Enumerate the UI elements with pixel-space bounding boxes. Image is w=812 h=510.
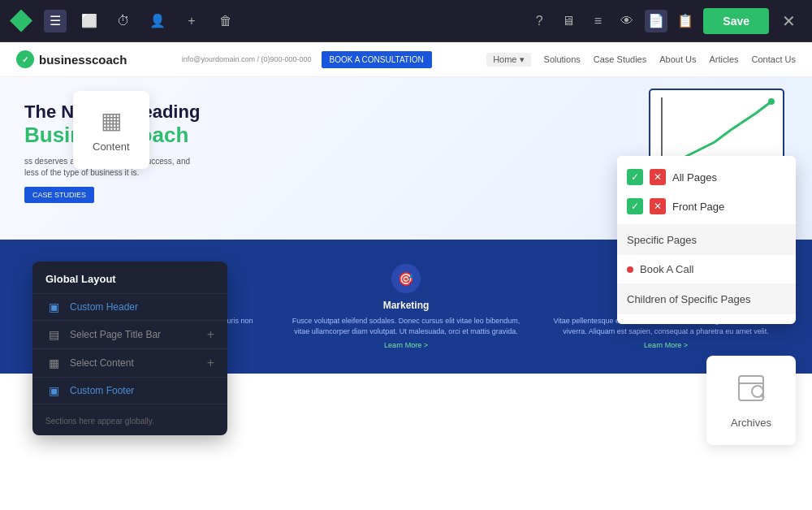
marketing-icon: 🎯 — [391, 264, 421, 293]
nav-about[interactable]: About Us — [659, 54, 696, 64]
trash-icon[interactable]: 🗑 — [214, 10, 237, 32]
marketing-title: Marketing — [288, 300, 524, 311]
select-page-title-bar-add[interactable]: + — [207, 327, 214, 342]
add-icon[interactable]: + — [180, 10, 203, 32]
select-content-add[interactable]: + — [207, 356, 214, 370]
template-icon[interactable]: ⬜ — [78, 10, 101, 32]
aroya-logo — [10, 10, 32, 32]
marketing-text: Fusce volutpat eleifend sodales. Donec c… — [288, 316, 524, 336]
page-icon[interactable]: 📄 — [645, 10, 667, 32]
site-logo: ✓ businesscoach — [16, 50, 127, 68]
layout-icon[interactable]: ≡ — [586, 10, 609, 32]
nav-articles[interactable]: Articles — [710, 54, 739, 64]
panel-item-select-page-title-bar[interactable]: ▤ Select Page Title Bar + — [32, 320, 227, 348]
nav-case-studies[interactable]: Case Studies — [594, 54, 646, 64]
book-consultation-button[interactable]: BOOK A CONSULTATION — [322, 51, 432, 68]
sidebar-toggle-icon[interactable]: ☰ — [44, 10, 67, 32]
content-widget-label: Content — [93, 140, 130, 153]
panel-title: Global Layout — [32, 261, 227, 293]
site-header: ✓ businesscoach info@yourdomain.com / (0… — [0, 42, 812, 77]
toolbar-left: ☰ ⬜ ⏱ 👤 + 🗑 — [10, 10, 516, 32]
children-specific-pages-label: Children of Specific Pages — [627, 293, 750, 305]
dropdown-overlay: ✓ ✕ All Pages ✓ ✕ Front Page Specific Pa… — [617, 156, 796, 324]
layers-icon[interactable]: 📋 — [674, 10, 697, 32]
site-nav: Home ▾ Solutions Case Studies About Us A… — [486, 53, 796, 67]
archives-svg-icon — [735, 372, 767, 404]
select-page-title-bar-icon: ▤ — [45, 328, 62, 341]
nav-home[interactable]: Home ▾ — [486, 53, 530, 67]
children-specific-pages-section: Children of Specific Pages — [617, 283, 796, 314]
book-a-call-dot — [627, 266, 633, 273]
dropdown-sub-item-book-a-call[interactable]: Book A Call — [617, 258, 796, 280]
panel-item-select-content[interactable]: ▦ Select Content + — [32, 348, 227, 377]
site-logo-icon: ✓ — [16, 50, 34, 68]
panel-item-custom-header[interactable]: ▣ Custom Header — [32, 293, 227, 320]
specific-pages-section: Specific Pages — [617, 224, 796, 255]
custom-header-icon: ▣ — [45, 300, 62, 313]
archives-widget[interactable]: Archives — [706, 356, 796, 445]
all-pages-label: All Pages — [672, 171, 717, 184]
global-layout-panel: Global Layout ▣ Custom Header ▤ Select P… — [32, 261, 227, 435]
close-button[interactable]: ✕ — [775, 8, 802, 34]
site-contact-info: info@yourdomain.com / (0)900-000-000 — [182, 55, 312, 63]
troubleshooting-learn-more[interactable]: Learn More > — [548, 341, 784, 349]
eye-icon[interactable]: 👁 — [615, 10, 638, 32]
history-icon[interactable]: ⏱ — [112, 10, 135, 32]
custom-header-label: Custom Header — [70, 301, 214, 313]
case-studies-button[interactable]: CASE STUDIES — [24, 187, 94, 203]
site-logo-text: businesscoach — [39, 53, 127, 67]
content-widget-icon: ▦ — [93, 107, 130, 134]
panel-footer-text: Sections here appear globally. — [45, 417, 154, 426]
user-icon[interactable]: 👤 — [146, 10, 169, 32]
custom-footer-label: Custom Footer — [70, 385, 214, 396]
select-content-icon: ▦ — [45, 357, 62, 370]
specific-pages-label: Specific Pages — [627, 234, 697, 246]
front-page-x-icon: ✕ — [650, 198, 666, 214]
content-widget[interactable]: ▦ Content — [73, 91, 149, 169]
archives-icon — [726, 372, 776, 410]
select-page-title-bar-label: Select Page Title Bar — [70, 329, 199, 340]
all-pages-x-placeholder: ✕ — [650, 169, 666, 185]
dropdown-item-front-page[interactable]: ✓ ✕ Front Page — [617, 192, 796, 221]
marketing-learn-more[interactable]: Learn More > — [288, 341, 524, 349]
all-pages-check-icon: ✓ — [627, 169, 643, 185]
custom-footer-icon: ▣ — [45, 384, 62, 397]
nav-contact[interactable]: Contact Us — [752, 54, 796, 64]
toolbar: ☰ ⬜ ⏱ 👤 + 🗑 ? 🖥 ≡ 👁 📄 📋 Save ✕ — [0, 0, 812, 42]
help-icon[interactable]: ? — [528, 10, 551, 32]
main-area: ✓ businesscoach info@yourdomain.com / (0… — [0, 42, 812, 510]
panel-item-custom-footer[interactable]: ▣ Custom Footer — [32, 377, 227, 404]
save-button[interactable]: Save — [703, 8, 769, 34]
nav-solutions[interactable]: Solutions — [544, 54, 581, 64]
front-page-label: Front Page — [672, 201, 724, 213]
archives-label: Archives — [726, 417, 776, 429]
panel-footer: Sections here appear globally. — [32, 404, 227, 435]
dropdown-item-all-pages[interactable]: ✓ ✕ All Pages — [617, 162, 796, 192]
svg-point-3 — [768, 98, 775, 105]
site-header-right: info@yourdomain.com / (0)900-000-000 BOO… — [182, 51, 432, 68]
front-page-check-icon: ✓ — [627, 198, 643, 214]
footer-col-marketing: 🎯 Marketing Fusce volutpat eleifend soda… — [276, 256, 536, 357]
desktop-icon[interactable]: 🖥 — [557, 10, 580, 32]
toolbar-right: ? 🖥 ≡ 👁 📄 📋 Save ✕ — [528, 8, 802, 34]
book-a-call-label: Book A Call — [640, 263, 694, 275]
select-content-label: Select Content — [70, 357, 199, 369]
